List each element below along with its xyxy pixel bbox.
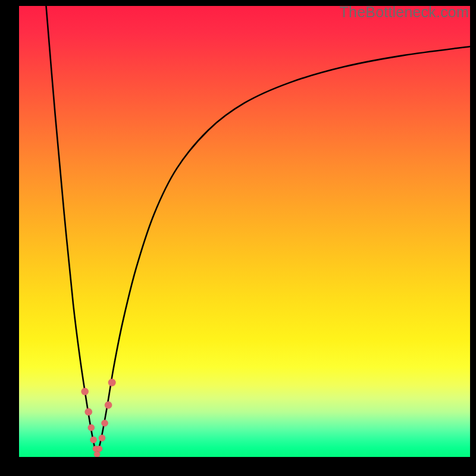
plot-area xyxy=(19,6,470,457)
marker-group xyxy=(82,379,116,457)
chart-frame: TheBottleneck.com xyxy=(0,0,476,476)
marker-dot xyxy=(96,446,102,452)
marker-dot xyxy=(99,435,105,441)
marker-layer xyxy=(19,6,470,457)
marker-dot xyxy=(102,420,108,427)
marker-dot xyxy=(88,424,95,431)
marker-dot xyxy=(94,451,100,457)
marker-dot xyxy=(82,388,89,395)
marker-dot xyxy=(85,408,92,415)
marker-dot xyxy=(108,379,115,386)
marker-dot xyxy=(105,402,112,409)
marker-dot xyxy=(90,437,97,443)
